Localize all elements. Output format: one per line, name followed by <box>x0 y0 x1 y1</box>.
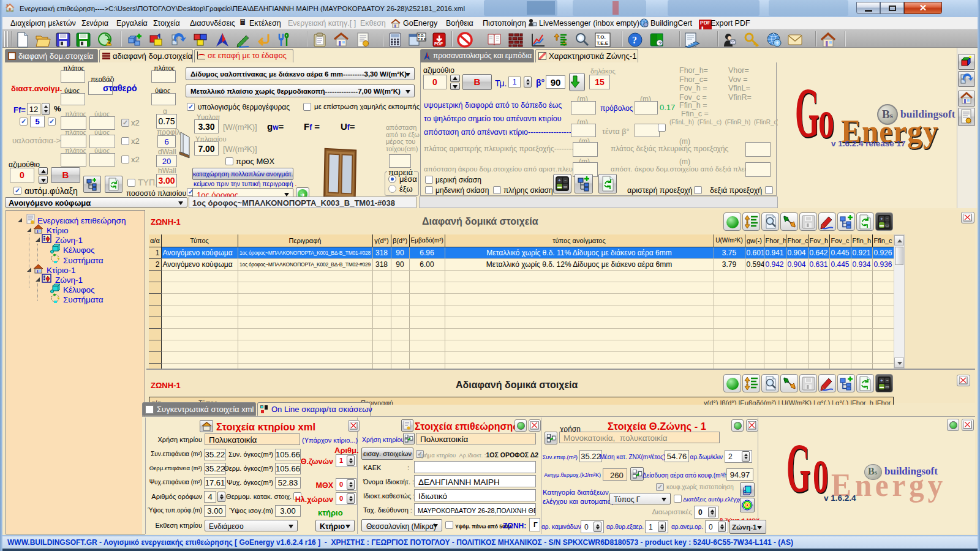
svg-text:PDF: PDF <box>434 42 443 46</box>
svg-text:T.O.: T.O. <box>597 34 606 40</box>
svg-text:?: ? <box>632 35 637 45</box>
svg-text:T.E.E: T.E.E <box>418 37 426 41</box>
svg-text:T.E.E: T.E.E <box>597 40 609 46</box>
svg-text:?: ? <box>658 40 662 47</box>
